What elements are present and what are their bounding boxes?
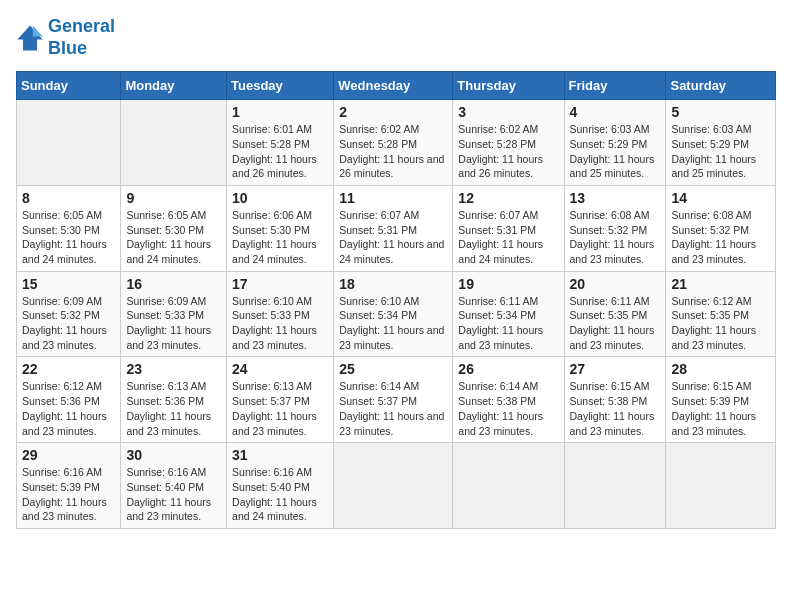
calendar-cell: 10Sunrise: 6:06 AMSunset: 5:30 PMDayligh… (227, 185, 334, 271)
calendar-cell: 26Sunrise: 6:14 AMSunset: 5:38 PMDayligh… (453, 357, 564, 443)
calendar-table: SundayMondayTuesdayWednesdayThursdayFrid… (16, 71, 776, 529)
day-number: 31 (232, 447, 328, 463)
day-number: 24 (232, 361, 328, 377)
calendar-cell: 2Sunrise: 6:02 AMSunset: 5:28 PMDaylight… (334, 100, 453, 186)
day-number: 21 (671, 276, 770, 292)
day-number: 22 (22, 361, 115, 377)
day-number: 5 (671, 104, 770, 120)
calendar-week-row: 29Sunrise: 6:16 AMSunset: 5:39 PMDayligh… (17, 443, 776, 529)
day-info: Sunrise: 6:16 AMSunset: 5:39 PMDaylight:… (22, 465, 115, 524)
day-info: Sunrise: 6:03 AMSunset: 5:29 PMDaylight:… (671, 122, 770, 181)
day-info: Sunrise: 6:05 AMSunset: 5:30 PMDaylight:… (22, 208, 115, 267)
day-number: 20 (570, 276, 661, 292)
day-number: 10 (232, 190, 328, 206)
header-thursday: Thursday (453, 72, 564, 100)
day-number: 8 (22, 190, 115, 206)
calendar-week-row: 8Sunrise: 6:05 AMSunset: 5:30 PMDaylight… (17, 185, 776, 271)
day-info: Sunrise: 6:14 AMSunset: 5:37 PMDaylight:… (339, 379, 447, 438)
calendar-cell: 24Sunrise: 6:13 AMSunset: 5:37 PMDayligh… (227, 357, 334, 443)
day-number: 29 (22, 447, 115, 463)
day-number: 14 (671, 190, 770, 206)
header-sunday: Sunday (17, 72, 121, 100)
calendar-cell: 14Sunrise: 6:08 AMSunset: 5:32 PMDayligh… (666, 185, 776, 271)
day-info: Sunrise: 6:02 AMSunset: 5:28 PMDaylight:… (339, 122, 447, 181)
day-number: 27 (570, 361, 661, 377)
calendar-cell: 28Sunrise: 6:15 AMSunset: 5:39 PMDayligh… (666, 357, 776, 443)
day-info: Sunrise: 6:13 AMSunset: 5:36 PMDaylight:… (126, 379, 221, 438)
calendar-cell: 17Sunrise: 6:10 AMSunset: 5:33 PMDayligh… (227, 271, 334, 357)
day-info: Sunrise: 6:07 AMSunset: 5:31 PMDaylight:… (458, 208, 558, 267)
day-number: 18 (339, 276, 447, 292)
logo: General Blue (16, 16, 115, 59)
calendar-cell: 31Sunrise: 6:16 AMSunset: 5:40 PMDayligh… (227, 443, 334, 529)
day-info: Sunrise: 6:11 AMSunset: 5:34 PMDaylight:… (458, 294, 558, 353)
day-info: Sunrise: 6:05 AMSunset: 5:30 PMDaylight:… (126, 208, 221, 267)
day-number: 19 (458, 276, 558, 292)
day-number: 15 (22, 276, 115, 292)
calendar-week-row: 1Sunrise: 6:01 AMSunset: 5:28 PMDaylight… (17, 100, 776, 186)
calendar-cell: 19Sunrise: 6:11 AMSunset: 5:34 PMDayligh… (453, 271, 564, 357)
calendar-cell: 4Sunrise: 6:03 AMSunset: 5:29 PMDaylight… (564, 100, 666, 186)
day-info: Sunrise: 6:15 AMSunset: 5:39 PMDaylight:… (671, 379, 770, 438)
day-number: 1 (232, 104, 328, 120)
day-number: 12 (458, 190, 558, 206)
day-info: Sunrise: 6:11 AMSunset: 5:35 PMDaylight:… (570, 294, 661, 353)
calendar-cell: 27Sunrise: 6:15 AMSunset: 5:38 PMDayligh… (564, 357, 666, 443)
calendar-cell (453, 443, 564, 529)
day-number: 25 (339, 361, 447, 377)
calendar-cell: 1Sunrise: 6:01 AMSunset: 5:28 PMDaylight… (227, 100, 334, 186)
calendar-cell: 8Sunrise: 6:05 AMSunset: 5:30 PMDaylight… (17, 185, 121, 271)
calendar-week-row: 15Sunrise: 6:09 AMSunset: 5:32 PMDayligh… (17, 271, 776, 357)
header-saturday: Saturday (666, 72, 776, 100)
day-info: Sunrise: 6:09 AMSunset: 5:32 PMDaylight:… (22, 294, 115, 353)
calendar-cell: 23Sunrise: 6:13 AMSunset: 5:36 PMDayligh… (121, 357, 227, 443)
header-friday: Friday (564, 72, 666, 100)
calendar-cell: 29Sunrise: 6:16 AMSunset: 5:39 PMDayligh… (17, 443, 121, 529)
day-info: Sunrise: 6:09 AMSunset: 5:33 PMDaylight:… (126, 294, 221, 353)
day-number: 11 (339, 190, 447, 206)
calendar-cell: 13Sunrise: 6:08 AMSunset: 5:32 PMDayligh… (564, 185, 666, 271)
day-info: Sunrise: 6:14 AMSunset: 5:38 PMDaylight:… (458, 379, 558, 438)
calendar-cell: 25Sunrise: 6:14 AMSunset: 5:37 PMDayligh… (334, 357, 453, 443)
header-wednesday: Wednesday (334, 72, 453, 100)
calendar-cell: 20Sunrise: 6:11 AMSunset: 5:35 PMDayligh… (564, 271, 666, 357)
calendar-cell (334, 443, 453, 529)
day-info: Sunrise: 6:13 AMSunset: 5:37 PMDaylight:… (232, 379, 328, 438)
day-info: Sunrise: 6:02 AMSunset: 5:28 PMDaylight:… (458, 122, 558, 181)
calendar-cell: 11Sunrise: 6:07 AMSunset: 5:31 PMDayligh… (334, 185, 453, 271)
calendar-cell (17, 100, 121, 186)
page-header: General Blue (16, 16, 776, 59)
calendar-week-row: 22Sunrise: 6:12 AMSunset: 5:36 PMDayligh… (17, 357, 776, 443)
calendar-cell (564, 443, 666, 529)
day-info: Sunrise: 6:10 AMSunset: 5:33 PMDaylight:… (232, 294, 328, 353)
day-number: 16 (126, 276, 221, 292)
header-tuesday: Tuesday (227, 72, 334, 100)
day-number: 2 (339, 104, 447, 120)
day-number: 3 (458, 104, 558, 120)
day-info: Sunrise: 6:08 AMSunset: 5:32 PMDaylight:… (671, 208, 770, 267)
day-info: Sunrise: 6:01 AMSunset: 5:28 PMDaylight:… (232, 122, 328, 181)
day-info: Sunrise: 6:06 AMSunset: 5:30 PMDaylight:… (232, 208, 328, 267)
day-number: 28 (671, 361, 770, 377)
day-info: Sunrise: 6:07 AMSunset: 5:31 PMDaylight:… (339, 208, 447, 267)
day-info: Sunrise: 6:15 AMSunset: 5:38 PMDaylight:… (570, 379, 661, 438)
day-info: Sunrise: 6:08 AMSunset: 5:32 PMDaylight:… (570, 208, 661, 267)
calendar-cell: 22Sunrise: 6:12 AMSunset: 5:36 PMDayligh… (17, 357, 121, 443)
logo-icon (16, 24, 44, 52)
day-number: 23 (126, 361, 221, 377)
calendar-cell: 12Sunrise: 6:07 AMSunset: 5:31 PMDayligh… (453, 185, 564, 271)
day-info: Sunrise: 6:03 AMSunset: 5:29 PMDaylight:… (570, 122, 661, 181)
calendar-cell: 21Sunrise: 6:12 AMSunset: 5:35 PMDayligh… (666, 271, 776, 357)
day-number: 17 (232, 276, 328, 292)
calendar-cell (666, 443, 776, 529)
calendar-cell: 16Sunrise: 6:09 AMSunset: 5:33 PMDayligh… (121, 271, 227, 357)
calendar-cell: 3Sunrise: 6:02 AMSunset: 5:28 PMDaylight… (453, 100, 564, 186)
day-info: Sunrise: 6:10 AMSunset: 5:34 PMDaylight:… (339, 294, 447, 353)
svg-marker-1 (33, 25, 43, 36)
calendar-cell: 9Sunrise: 6:05 AMSunset: 5:30 PMDaylight… (121, 185, 227, 271)
calendar-cell: 30Sunrise: 6:16 AMSunset: 5:40 PMDayligh… (121, 443, 227, 529)
day-info: Sunrise: 6:16 AMSunset: 5:40 PMDaylight:… (232, 465, 328, 524)
day-number: 30 (126, 447, 221, 463)
calendar-header-row: SundayMondayTuesdayWednesdayThursdayFrid… (17, 72, 776, 100)
day-number: 13 (570, 190, 661, 206)
